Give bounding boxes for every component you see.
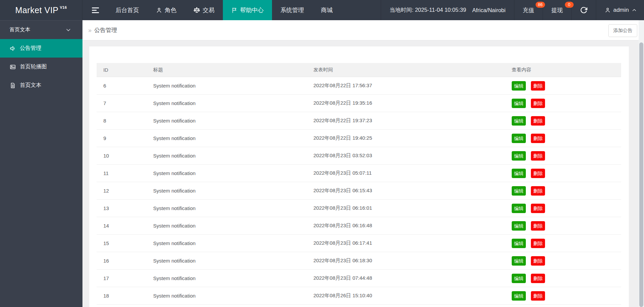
delete-button[interactable]: 删除 — [531, 186, 545, 196]
col-header-title: 标题 — [146, 67, 307, 73]
scrollbar-thumb[interactable] — [639, 42, 643, 307]
withdraw-link[interactable]: 提现 0 — [551, 6, 563, 14]
sidebar-group-home-text[interactable]: 首页文本 — [0, 21, 82, 39]
recharge-group: 充值 86 — [514, 0, 543, 20]
add-announcement-button[interactable]: 添加公告 — [608, 24, 637, 37]
row-id: 17 — [97, 275, 146, 281]
sidebar: 首页文本 公告管理 首页轮播图 首页文本 — [0, 20, 82, 307]
edit-button[interactable]: 编辑 — [512, 291, 526, 301]
row-id: 13 — [97, 205, 146, 211]
nav-item-dashboard[interactable]: 后台首页 — [107, 0, 147, 20]
table-body: 6 System notification 2022年08月22日 17:56:… — [97, 77, 621, 307]
recharge-badge: 86 — [536, 2, 545, 8]
edit-button[interactable]: 编辑 — [512, 169, 526, 178]
delete-button[interactable]: 删除 — [531, 221, 545, 231]
table-row: 14 System notification 2022年08月23日 06:16… — [97, 217, 621, 235]
row-time: 2022年08月23日 06:18:30 — [307, 258, 505, 264]
withdraw-badge: 0 — [565, 2, 574, 8]
delete-button[interactable]: 删除 — [531, 239, 545, 248]
delete-button[interactable]: 删除 — [531, 274, 545, 283]
table-row: 8 System notification 2022年08月22日 19:37:… — [97, 112, 621, 130]
table-row: 15 System notification 2022年08月23日 06:17… — [97, 235, 621, 252]
timezone: Africa/Nairobi — [472, 7, 506, 13]
announcements-table: ID 标题 发表时间 查看内容 6 System notification 20… — [97, 63, 621, 307]
delete-button[interactable]: 删除 — [531, 151, 545, 161]
edit-button[interactable]: 编辑 — [512, 186, 526, 196]
row-time: 2022年08月23日 07:44:48 — [307, 275, 505, 281]
row-time: 2022年08月23日 06:16:01 — [307, 205, 505, 211]
table-row: 编辑 删除 — [97, 305, 621, 307]
row-title: System notification — [146, 188, 307, 194]
user-icon — [156, 7, 162, 13]
row-time: 2022年08月22日 19:40:25 — [307, 135, 505, 141]
announcement-icon — [9, 45, 16, 52]
col-header-id: ID — [97, 67, 146, 73]
scrollbar-track[interactable] — [639, 20, 644, 307]
user-menu[interactable]: admin — [596, 0, 644, 20]
nav-item-mall[interactable]: 商城 — [312, 0, 341, 20]
withdraw-group: 提现 0 — [543, 0, 571, 20]
brand-logo: Market VIP V16 — [0, 0, 82, 20]
nav-item-system[interactable]: 系统管理 — [272, 0, 312, 20]
edit-button[interactable]: 编辑 — [512, 221, 526, 231]
row-time: 2022年08月23日 06:15:43 — [307, 187, 505, 194]
breadcrumb: » 公告管理 — [82, 26, 117, 34]
row-title: System notification — [146, 153, 307, 159]
delete-button[interactable]: 删除 — [531, 256, 545, 266]
top-navbar: Market VIP V16 后台首页 角色 交易 帮助中心 系统管理 商城 当… — [0, 0, 644, 20]
page-title: 公告管理 — [94, 26, 117, 34]
main-menu: 后台首页 角色 交易 帮助中心 系统管理 商城 — [107, 0, 341, 20]
nav-item-trade[interactable]: 交易 — [185, 0, 223, 20]
row-title: System notification — [146, 258, 307, 264]
edit-button[interactable]: 编辑 — [512, 116, 526, 126]
edit-button[interactable]: 编辑 — [512, 274, 526, 283]
edit-button[interactable]: 编辑 — [512, 151, 526, 161]
table-row: 6 System notification 2022年08月22日 17:56:… — [97, 77, 621, 95]
table-header: ID 标题 发表时间 查看内容 — [97, 63, 621, 77]
row-title: System notification — [146, 170, 307, 176]
row-time: 2022年08月23日 05:07:11 — [307, 170, 505, 176]
edit-button[interactable]: 编辑 — [512, 204, 526, 213]
delete-button[interactable]: 删除 — [531, 134, 545, 143]
breadcrumb-bar: » 公告管理 — [82, 20, 639, 40]
delete-button[interactable]: 删除 — [531, 204, 545, 213]
refresh-icon[interactable] — [580, 6, 587, 14]
user-icon — [605, 7, 611, 13]
brand-name: Market VIP — [15, 5, 59, 15]
row-title: System notification — [146, 100, 307, 106]
scale-icon — [193, 7, 200, 14]
edit-button[interactable]: 编辑 — [512, 81, 526, 91]
nav-item-help-center[interactable]: 帮助中心 — [223, 0, 272, 20]
row-id: 15 — [97, 240, 146, 246]
recharge-link[interactable]: 充值 86 — [523, 6, 534, 14]
row-id: 18 — [97, 293, 146, 299]
delete-button[interactable]: 删除 — [531, 81, 545, 91]
edit-button[interactable]: 编辑 — [512, 256, 526, 266]
row-title: System notification — [146, 223, 307, 229]
sidebar-item-home-carousel[interactable]: 首页轮播图 — [0, 58, 82, 76]
delete-button[interactable]: 删除 — [531, 291, 545, 301]
row-id: 8 — [97, 118, 146, 124]
sidebar-item-home-text[interactable]: 首页文本 — [0, 76, 82, 95]
edit-button[interactable]: 编辑 — [512, 99, 526, 108]
row-title: System notification — [146, 275, 307, 281]
image-icon — [9, 64, 16, 70]
brand-version: V16 — [60, 5, 67, 9]
row-id: 7 — [97, 100, 146, 106]
row-id: 6 — [97, 83, 146, 89]
delete-button[interactable]: 删除 — [531, 99, 545, 108]
edit-button[interactable]: 编辑 — [512, 134, 526, 143]
sidebar-item-announcements[interactable]: 公告管理 — [0, 39, 82, 58]
table-card: ID 标题 发表时间 查看内容 6 System notification 20… — [89, 46, 629, 307]
username: admin — [613, 7, 629, 13]
row-time: 2022年08月22日 17:56:37 — [307, 82, 505, 89]
edit-button[interactable]: 编辑 — [512, 239, 526, 248]
table-row: 13 System notification 2022年08月23日 06:16… — [97, 200, 621, 217]
table-row: 7 System notification 2022年08月22日 19:35:… — [97, 95, 621, 112]
delete-button[interactable]: 删除 — [531, 116, 545, 126]
row-time: 2022年08月23日 03:52:03 — [307, 152, 505, 159]
nav-item-roles[interactable]: 角色 — [147, 0, 185, 20]
table-row: 17 System notification 2022年08月23日 07:44… — [97, 270, 621, 287]
delete-button[interactable]: 删除 — [531, 169, 545, 178]
menu-toggle-icon[interactable] — [92, 7, 99, 13]
